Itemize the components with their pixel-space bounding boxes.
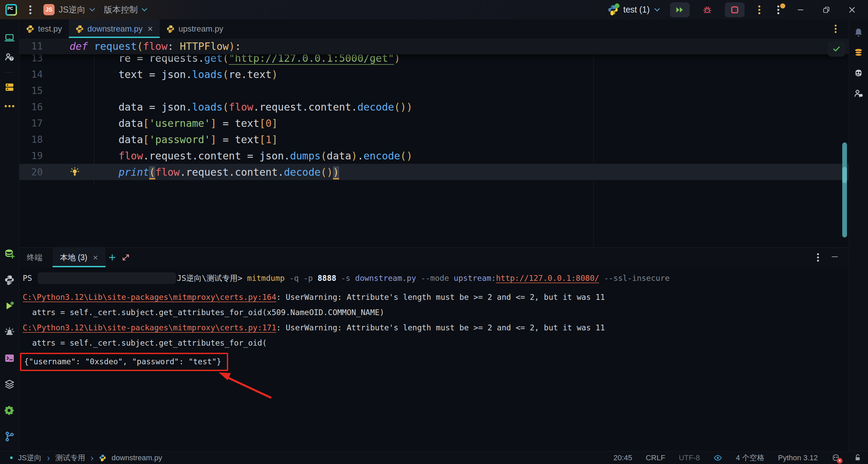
- tab-close-icon[interactable]: [93, 255, 98, 260]
- terminal-tool-icon[interactable]: [4, 352, 15, 364]
- editor-tab-bar: test.py downstream.py upstream.py: [19, 19, 849, 38]
- code-line[interactable]: 13 re = requests.get("http://127.0.0.1:5…: [19, 55, 849, 66]
- terminal-output[interactable]: PS JS逆向\测试专用> mitmdump -q -p 8888 -s dow…: [19, 267, 849, 451]
- file-encoding[interactable]: UTF-8: [679, 453, 700, 462]
- notification-badge: [780, 3, 785, 8]
- check-icon: [832, 44, 841, 53]
- code-token: (: [321, 150, 327, 162]
- terminal-panel: 终端 本地 (3): [19, 247, 849, 451]
- vcs-widget[interactable]: 版本控制: [104, 4, 147, 15]
- code-area[interactable]: 13 re = requests.get("http://127.0.0.1:5…: [19, 55, 849, 247]
- ai-assistant-icon[interactable]: [853, 67, 864, 79]
- code-line[interactable]: 18 data['password'] = text[1]: [19, 131, 849, 148]
- help-community-icon[interactable]: ?: [4, 51, 15, 63]
- indent-setting[interactable]: 4 个空格: [736, 453, 764, 463]
- python-run-icon: [608, 4, 618, 15]
- terminal-text: PS: [23, 274, 37, 283]
- code-token: [: [259, 134, 265, 146]
- run-tool-icon[interactable]: [4, 300, 15, 312]
- intention-bulb-icon[interactable]: [70, 167, 79, 179]
- code-token: ): [394, 55, 400, 64]
- ai-status-icon[interactable]: ×: [831, 453, 840, 462]
- code-editor[interactable]: 11def request(flow: HTTPFlow): 13 re = r…: [19, 38, 849, 247]
- terminal-options-kebab-icon[interactable]: [813, 252, 822, 263]
- run-options-kebab-icon[interactable]: [755, 4, 764, 16]
- python-packages-icon[interactable]: [4, 274, 15, 286]
- line-number: 11: [19, 41, 43, 52]
- terminal-line: attrs = self._cert.subject.get_attribute…: [23, 305, 849, 320]
- breadcrumb-folder[interactable]: 测试专用: [55, 453, 85, 463]
- highlighting-eye-icon[interactable]: [713, 453, 722, 462]
- tab-upstream-py[interactable]: upstream.py: [160, 19, 230, 38]
- terminal-link[interactable]: C:\Python3.12\Lib\site-packages\mitmprox…: [23, 323, 276, 333]
- breadcrumb-project[interactable]: JS逆向: [18, 453, 42, 463]
- line-number: 16: [19, 101, 43, 113]
- stop-button[interactable]: [725, 2, 745, 17]
- unlocked-padlock-icon[interactable]: [854, 454, 862, 462]
- main-menu-kebab-icon[interactable]: [26, 4, 35, 16]
- remote-dev-icon[interactable]: [4, 32, 15, 44]
- settings-sync-icon[interactable]: [4, 405, 15, 416]
- tab-downstream-py[interactable]: downstream.py: [69, 19, 160, 38]
- project-widget[interactable]: JS JS逆向: [43, 4, 95, 15]
- python-file-icon: [26, 25, 34, 33]
- rerun-button[interactable]: [670, 2, 690, 17]
- git-branch-icon[interactable]: [4, 431, 15, 442]
- terminal-link[interactable]: http://127.0.0.1:8080/: [496, 274, 599, 283]
- code-token: request: [94, 40, 137, 52]
- notifications-bell-icon[interactable]: [853, 27, 864, 38]
- new-terminal-plus-icon[interactable]: [105, 251, 119, 264]
- inspection-widget[interactable]: [828, 41, 845, 57]
- terminal-tab-local[interactable]: 本地 (3): [53, 248, 105, 267]
- close-button[interactable]: [844, 2, 860, 17]
- code-line[interactable]: 14 text = json.loads(re.text): [19, 66, 849, 82]
- debug-button[interactable]: [700, 2, 715, 17]
- line-ending[interactable]: CRLF: [646, 453, 665, 462]
- database-add-icon[interactable]: [4, 248, 15, 259]
- line-number: 18: [19, 134, 43, 145]
- terminal-link[interactable]: C:\Python3.12\Lib\site-packages\mitmprox…: [23, 293, 276, 302]
- run-config-widget[interactable]: test (1): [608, 4, 660, 15]
- services-tool-icon[interactable]: [4, 379, 15, 390]
- code-token: text = json.: [70, 69, 192, 80]
- terminal-text: upstream:: [454, 274, 496, 283]
- code-token: decode: [284, 166, 320, 178]
- code-line[interactable]: 19 flow.request.content = json.dumps(dat…: [19, 148, 849, 164]
- tab-options-kebab-icon[interactable]: [831, 23, 840, 35]
- more-tool-windows-icon[interactable]: [4, 100, 15, 112]
- code-token: data: [70, 134, 143, 146]
- terminal-text: attrs = self._cert.subject.get_attribute…: [23, 308, 384, 317]
- code-with-me-icon[interactable]: [853, 88, 864, 99]
- database-tool-icon[interactable]: [853, 47, 864, 59]
- code-token: ): [229, 40, 235, 52]
- sticky-line[interactable]: 11def request(flow: HTTPFlow):: [19, 38, 849, 55]
- code-line[interactable]: 20 print(flow.request.content.decode()): [19, 164, 849, 180]
- hide-terminal-icon[interactable]: [831, 253, 839, 262]
- expand-terminal-icon[interactable]: [119, 251, 133, 264]
- restore-button[interactable]: [818, 2, 834, 17]
- interpreter[interactable]: Python 3.12: [778, 453, 818, 462]
- settings-kebab-icon[interactable]: [774, 4, 783, 16]
- code-token: data: [327, 150, 351, 162]
- terminal-text: downstream.py: [355, 274, 416, 283]
- editor-scrollbar[interactable]: [842, 142, 847, 237]
- tab-close-icon[interactable]: [147, 26, 153, 32]
- code-line[interactable]: 16 data = json.loads(flow.request.conten…: [19, 99, 849, 115]
- terminal-panel-label: 终端: [27, 252, 42, 263]
- terminal-tab-label: 本地 (3): [60, 252, 87, 263]
- terminal-text: 8888: [318, 274, 336, 283]
- python-file-icon: [166, 25, 175, 33]
- problems-tool-icon[interactable]: [4, 326, 15, 338]
- run-config-name: test (1): [623, 5, 650, 15]
- caret-position[interactable]: 20:45: [613, 453, 632, 462]
- breadcrumb-file[interactable]: downstream.py: [112, 453, 162, 462]
- code-token: (: [149, 166, 155, 178]
- code-line[interactable]: 15: [19, 82, 849, 99]
- tab-test-py[interactable]: test.py: [19, 19, 69, 38]
- statusbar: JS逆向 › 测试专用 › downstream.py 20:45 CRLF U…: [0, 451, 868, 464]
- minimize-button[interactable]: [793, 2, 808, 17]
- code-line[interactable]: 17 data['username'] = text[0]: [19, 115, 849, 131]
- line-number: 13: [19, 55, 43, 64]
- commit-tool-icon[interactable]: [4, 81, 15, 93]
- code-token: (): [321, 166, 333, 178]
